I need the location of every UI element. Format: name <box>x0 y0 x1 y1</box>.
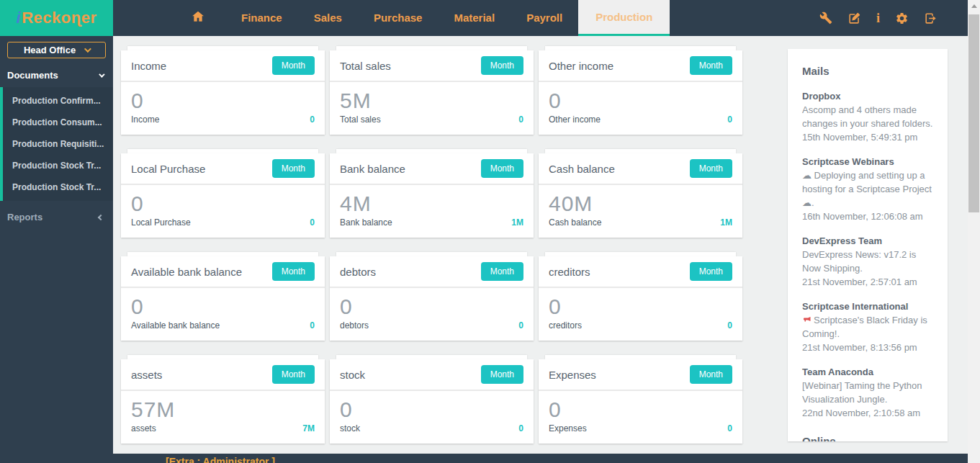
mail-subject: Ascomp and 4 others made changes in your… <box>802 103 933 130</box>
wrench-icon[interactable] <box>819 12 832 24</box>
nav-item-purchase[interactable]: Purchase <box>358 0 439 36</box>
nav-home-button[interactable] <box>171 0 225 36</box>
sidebar-item-production-consumption[interactable]: Production Consum... <box>3 112 113 133</box>
month-button[interactable]: Month <box>272 56 315 75</box>
card-value: 0 <box>549 89 732 112</box>
nav-item-payroll[interactable]: Payroll <box>511 0 578 36</box>
kpi-card-bank-balance: Bank balance Month 4M Bank balance 1M <box>330 149 534 238</box>
card-title: Bank balance <box>340 163 405 175</box>
card-title: debtors <box>340 266 376 278</box>
footer-user-text: [Extra : Administrator ] <box>166 456 968 463</box>
card-value: 0 <box>549 295 732 318</box>
card-title: Total sales <box>340 60 391 72</box>
gear-icon[interactable] <box>895 12 909 25</box>
card-sub-value: 0 <box>727 423 732 433</box>
mail-timestamp: 21st November, 2:57:01 am <box>802 275 933 289</box>
office-selector[interactable]: Head Office <box>7 42 106 58</box>
month-button[interactable]: Month <box>690 159 732 178</box>
month-button[interactable]: Month <box>272 365 315 384</box>
card-sub-value: 1M <box>720 217 732 228</box>
mails-panel: Mails Dropbox Ascomp and 4 others made c… <box>788 49 948 441</box>
card-sub-value: 0 <box>727 320 732 331</box>
month-button[interactable]: Month <box>481 262 523 281</box>
card-title: stock <box>340 369 365 381</box>
mail-timestamp: 16th November, 12:06:08 am <box>802 210 933 223</box>
mail-sender: Dropbox <box>802 89 933 103</box>
month-button[interactable]: Month <box>481 56 523 75</box>
card-title: creditors <box>549 266 590 278</box>
edit-icon[interactable] <box>848 12 861 25</box>
scrollbar-thumb[interactable] <box>968 14 979 212</box>
kpi-card-other-income: Other income Month 0 Other income 0 <box>539 46 742 135</box>
sidebar-item-production-requisition[interactable]: Production Requisiti... <box>3 133 113 155</box>
documents-label: Documents <box>7 70 58 81</box>
chevron-down-icon <box>99 71 104 77</box>
nav-item-material[interactable]: Material <box>438 0 511 36</box>
megaphone-icon <box>802 315 812 324</box>
nav-item-finance[interactable]: Finance <box>225 0 298 36</box>
app-logo[interactable]: iReckoɳer <box>0 0 113 36</box>
card-sub-value: 0 <box>727 114 732 125</box>
card-label: Cash balance <box>549 217 601 228</box>
card-sub-value: 0 <box>310 217 315 228</box>
mail-subject: [Webinar] Taming the Python Visualizatio… <box>802 379 933 406</box>
month-button[interactable]: Month <box>481 365 523 384</box>
mail-item[interactable]: DevExpress Team DevExpress News: v17.2 i… <box>802 234 933 289</box>
sidebar-item-production-stock-transfer-2[interactable]: Production Stock Tr... <box>3 176 113 198</box>
mail-subject: ☁ Deploying and setting up a hosting for… <box>802 168 933 210</box>
card-value: 0 <box>131 89 315 112</box>
month-button[interactable]: Month <box>690 262 732 281</box>
month-button[interactable]: Month <box>481 159 523 178</box>
kpi-card-available-bank-balance: Available bank balance Month 0 Available… <box>121 252 325 341</box>
nav-item-production-active[interactable]: Production <box>578 0 670 36</box>
nav-item-sales[interactable]: Sales <box>298 0 358 36</box>
card-sub-value: 0 <box>310 114 315 125</box>
sidebar-section-reports[interactable]: Reports <box>0 201 113 233</box>
kpi-cards-grid: Income Month 0 Income 0 Total sales Mont… <box>121 46 742 444</box>
card-sub-value: 1M <box>511 217 523 228</box>
logout-icon[interactable] <box>924 12 938 25</box>
logo-prefix: i <box>17 9 22 27</box>
card-value: 5M <box>340 89 523 112</box>
mail-item[interactable]: Scriptcase International Scriptcase's Bl… <box>802 300 933 354</box>
card-value: 0 <box>549 398 732 421</box>
sidebar-item-production-confirmation[interactable]: Production Confirm... <box>3 90 113 112</box>
card-label: assets <box>131 423 156 433</box>
card-title: Expenses <box>549 369 596 381</box>
card-title: Cash balance <box>549 163 615 175</box>
card-value: 40M <box>549 192 732 215</box>
card-value: 0 <box>340 398 523 421</box>
mail-sender: Scriptcase International <box>802 300 933 313</box>
chevron-down-icon <box>84 45 91 53</box>
reports-label: Reports <box>7 212 42 222</box>
card-title: Available bank balance <box>131 266 242 278</box>
card-title: Other income <box>549 60 613 72</box>
sidebar-item-production-stock-transfer-1[interactable]: Production Stock Tr... <box>3 155 113 176</box>
mails-heading: Mails <box>802 65 933 77</box>
month-button[interactable]: Month <box>272 262 315 281</box>
sidebar-section-documents[interactable]: Documents <box>0 64 113 87</box>
scroll-up-arrow-icon <box>971 4 977 8</box>
card-sub-value: 0 <box>518 423 523 433</box>
chevron-left-icon <box>98 214 104 220</box>
card-label: Bank balance <box>340 217 392 228</box>
month-button[interactable]: Month <box>690 365 732 384</box>
card-sub-value: 0 <box>518 114 523 125</box>
mail-item[interactable]: Dropbox Ascomp and 4 others made changes… <box>802 89 933 144</box>
month-button[interactable]: Month <box>272 159 315 178</box>
info-icon[interactable]: i <box>876 11 880 26</box>
card-title: Local Purchase <box>131 163 205 175</box>
kpi-card-total-sales: Total sales Month 5M Total sales 0 <box>330 46 534 135</box>
mail-item[interactable]: Scriptcase Webinars ☁ Deploying and sett… <box>802 155 933 223</box>
scroll-up-button[interactable] <box>968 0 980 12</box>
card-label: Expenses <box>549 423 587 433</box>
office-selector-label: Head Office <box>24 45 76 55</box>
vertical-scrollbar[interactable] <box>968 0 980 463</box>
mail-subject: Scriptcase's Black Friday is Coming!. <box>802 313 933 341</box>
footer-bar: [Extra : Administrator ] <box>0 454 968 463</box>
kpi-card-debtors: debtors Month 0 debtors 0 <box>330 252 534 341</box>
month-button[interactable]: Month <box>690 56 732 75</box>
card-title: assets <box>131 369 162 381</box>
mail-item[interactable]: Team Anaconda [Webinar] Taming the Pytho… <box>802 365 933 420</box>
top-navbar: iReckoɳer Finance Sales Purchase Materia… <box>0 0 968 36</box>
